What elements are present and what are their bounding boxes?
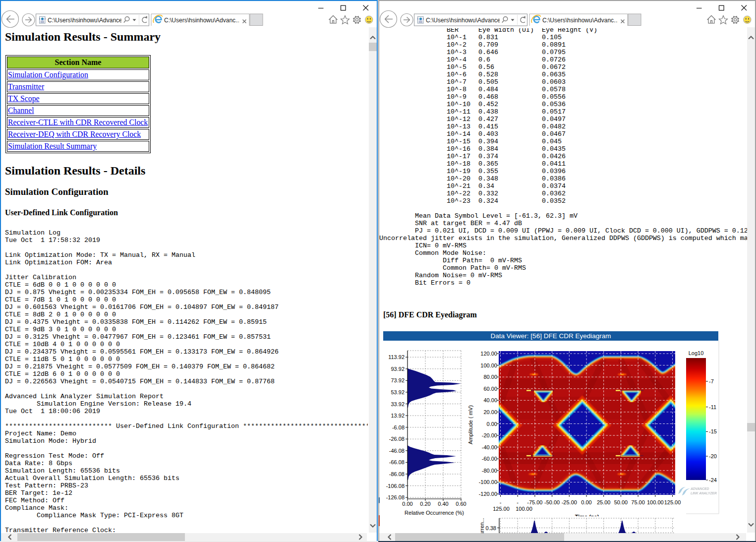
svg-text:80.00: 80.00 — [483, 374, 497, 380]
svg-text:0.40: 0.40 — [438, 501, 448, 507]
svg-text:-11: -11 — [709, 404, 716, 410]
svg-text:urren...: urren... — [479, 518, 485, 535]
svg-text:0.20: 0.20 — [420, 501, 430, 507]
svg-text:ADVANCED: ADVANCED — [690, 487, 709, 490]
svg-text:40.00: 40.00 — [483, 397, 497, 403]
svg-text:-20.00: -20.00 — [482, 432, 497, 438]
svg-text:-20: -20 — [709, 453, 717, 459]
svg-text:-24: -24 — [709, 477, 717, 483]
svg-text:60.00: 60.00 — [483, 386, 497, 392]
svg-text:-100.00: -100.00 — [479, 479, 497, 485]
svg-text:Log10: Log10 — [689, 350, 704, 356]
svg-text:-75.00: -75.00 — [527, 499, 542, 505]
svg-text:-50.00: -50.00 — [544, 499, 560, 505]
svg-text:0.00: 0.00 — [402, 501, 412, 507]
svg-text:-15: -15 — [709, 428, 717, 434]
svg-text:Amplitude ( mV): Amplitude ( mV) — [467, 405, 473, 444]
svg-text:20.00: 20.00 — [483, 409, 497, 415]
svg-text:Relative Occurrence (%): Relative Occurrence (%) — [405, 510, 464, 516]
svg-text:53.92: 53.92 — [391, 389, 405, 395]
svg-text:-120.00: -120.00 — [479, 491, 497, 497]
svg-text:125.00: 125.00 — [664, 499, 681, 505]
svg-text:93.92: 93.92 — [391, 366, 405, 372]
svg-text:13.92: 13.92 — [391, 413, 405, 419]
svg-text:75.00: 75.00 — [631, 499, 645, 505]
svg-text:125.00: 125.00 — [493, 506, 510, 512]
svg-text:113.92: 113.92 — [388, 354, 405, 360]
svg-text:-40.00: -40.00 — [482, 444, 497, 450]
svg-text:LINK ANALYZER: LINK ANALYZER — [691, 491, 717, 495]
svg-text:100.00: 100.00 — [647, 499, 664, 505]
svg-text:-80.00: -80.00 — [482, 468, 497, 474]
svg-text:-7: -7 — [709, 378, 714, 384]
svg-text:73.92: 73.92 — [391, 377, 405, 383]
svg-text:100.00: 100.00 — [480, 362, 497, 368]
svg-text:-6.08: -6.08 — [392, 424, 405, 430]
svg-text:50.00: 50.00 — [614, 499, 628, 505]
svg-text:-126.08: -126.08 — [386, 494, 405, 500]
svg-text:-86.08: -86.08 — [389, 471, 405, 477]
svg-text:-106.08: -106.08 — [386, 483, 405, 489]
svg-text:-46.08: -46.08 — [389, 448, 405, 454]
svg-text:0.00: 0.00 — [487, 421, 497, 427]
svg-text:0.38: 0.38 — [486, 525, 496, 531]
svg-text:0.00: 0.00 — [581, 499, 591, 505]
svg-text:120.00: 120.00 — [480, 351, 497, 357]
svg-text:-: - — [517, 499, 519, 505]
svg-text:-60.00: -60.00 — [482, 456, 497, 462]
svg-text:25.00: 25.00 — [597, 499, 611, 505]
svg-text:33.92: 33.92 — [391, 401, 405, 407]
svg-text:0.60: 0.60 — [456, 501, 466, 507]
svg-text:-: - — [500, 499, 502, 505]
svg-text:-66.08: -66.08 — [389, 459, 405, 465]
svg-text:100.00: 100.00 — [516, 506, 532, 512]
svg-text:-25.00: -25.00 — [562, 499, 577, 505]
svg-text:-26.08: -26.08 — [389, 436, 405, 442]
